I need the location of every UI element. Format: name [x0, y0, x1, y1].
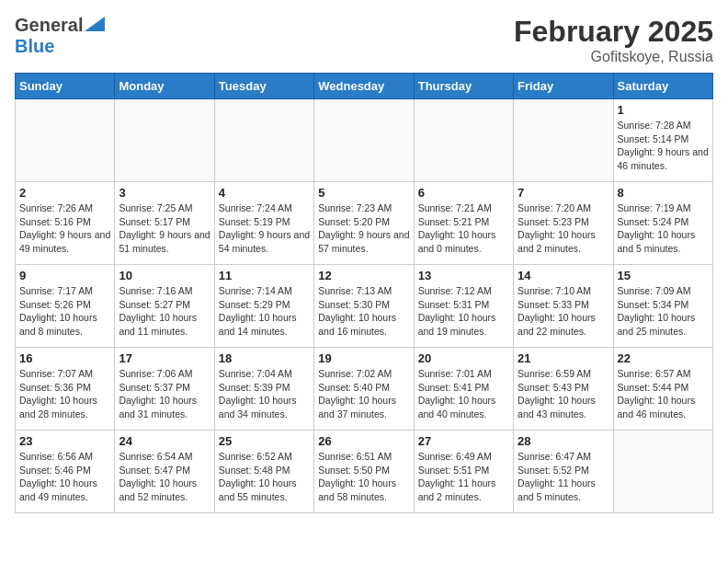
day-info: Sunrise: 6:51 AM Sunset: 5:50 PM Dayligh…	[318, 450, 409, 504]
day-number: 18	[219, 351, 310, 365]
day-info: Sunrise: 7:10 AM Sunset: 5:33 PM Dayligh…	[518, 284, 609, 339]
calendar-cell: 2Sunrise: 7:26 AM Sunset: 5:16 PM Daylig…	[16, 182, 115, 265]
day-number: 3	[119, 186, 210, 200]
day-number: 8	[618, 186, 709, 200]
day-number: 26	[318, 434, 409, 448]
day-number: 17	[119, 351, 210, 365]
calendar-cell: 9Sunrise: 7:17 AM Sunset: 5:26 PM Daylig…	[16, 265, 115, 348]
day-number: 23	[19, 434, 110, 448]
day-number: 11	[219, 269, 310, 282]
day-info: Sunrise: 7:09 AM Sunset: 5:34 PM Dayligh…	[618, 284, 709, 339]
day-number: 13	[418, 269, 509, 282]
day-number: 20	[418, 351, 509, 365]
calendar-cell	[16, 99, 115, 182]
day-number: 10	[119, 269, 210, 282]
day-info: Sunrise: 7:07 AM Sunset: 5:36 PM Dayligh…	[19, 367, 110, 421]
calendar-cell: 4Sunrise: 7:24 AM Sunset: 5:19 PM Daylig…	[214, 182, 313, 265]
day-number: 27	[418, 434, 509, 448]
calendar-cell: 26Sunrise: 6:51 AM Sunset: 5:50 PM Dayli…	[314, 431, 414, 513]
calendar-week-row: 9Sunrise: 7:17 AM Sunset: 5:26 PM Daylig…	[16, 265, 713, 348]
day-number: 4	[219, 186, 310, 200]
day-number: 15	[618, 269, 709, 282]
day-info: Sunrise: 6:54 AM Sunset: 5:47 PM Dayligh…	[119, 450, 210, 504]
day-info: Sunrise: 6:57 AM Sunset: 5:44 PM Dayligh…	[618, 367, 709, 421]
day-info: Sunrise: 7:19 AM Sunset: 5:24 PM Dayligh…	[618, 201, 709, 256]
day-number: 16	[19, 351, 110, 365]
calendar-cell: 22Sunrise: 6:57 AM Sunset: 5:44 PM Dayli…	[613, 348, 712, 431]
weekday-header: Wednesday	[314, 74, 414, 99]
day-info: Sunrise: 7:20 AM Sunset: 5:23 PM Dayligh…	[518, 201, 609, 256]
day-info: Sunrise: 7:04 AM Sunset: 5:39 PM Dayligh…	[219, 367, 310, 421]
day-info: Sunrise: 7:21 AM Sunset: 5:21 PM Dayligh…	[418, 201, 509, 256]
day-number: 25	[219, 434, 310, 448]
day-number: 2	[19, 186, 110, 200]
calendar-cell: 21Sunrise: 6:59 AM Sunset: 5:43 PM Dayli…	[514, 348, 613, 431]
logo-general: General	[15, 15, 83, 35]
weekday-header: Friday	[514, 74, 613, 99]
day-number: 5	[318, 186, 409, 200]
day-info: Sunrise: 6:56 AM Sunset: 5:46 PM Dayligh…	[19, 450, 110, 504]
day-info: Sunrise: 6:59 AM Sunset: 5:43 PM Dayligh…	[518, 367, 609, 421]
day-info: Sunrise: 7:26 AM Sunset: 5:16 PM Dayligh…	[19, 201, 110, 256]
day-number: 6	[418, 186, 509, 200]
day-info: Sunrise: 7:12 AM Sunset: 5:31 PM Dayligh…	[418, 284, 509, 339]
day-number: 28	[518, 434, 609, 448]
calendar-cell: 3Sunrise: 7:25 AM Sunset: 5:17 PM Daylig…	[115, 182, 214, 265]
logo-blue: Blue	[15, 36, 54, 56]
calendar-cell: 28Sunrise: 6:47 AM Sunset: 5:52 PM Dayli…	[514, 431, 613, 513]
calendar-week-row: 2Sunrise: 7:26 AM Sunset: 5:16 PM Daylig…	[16, 182, 713, 265]
weekday-header: Thursday	[414, 74, 513, 99]
day-info: Sunrise: 7:24 AM Sunset: 5:19 PM Dayligh…	[219, 201, 310, 256]
weekday-header: Monday	[115, 74, 214, 99]
day-number: 9	[19, 269, 110, 282]
calendar-cell: 11Sunrise: 7:14 AM Sunset: 5:29 PM Dayli…	[214, 265, 313, 348]
svg-marker-0	[85, 17, 105, 31]
calendar-cell	[115, 99, 214, 182]
day-number: 12	[318, 269, 409, 282]
day-info: Sunrise: 7:28 AM Sunset: 5:14 PM Dayligh…	[618, 119, 709, 173]
day-info: Sunrise: 6:52 AM Sunset: 5:48 PM Dayligh…	[219, 450, 310, 504]
day-number: 22	[618, 351, 709, 365]
title-section: February 2025 Gofitskoye, Russia	[514, 15, 713, 65]
month-year-title: February 2025	[514, 15, 713, 49]
calendar-header-row: SundayMondayTuesdayWednesdayThursdayFrid…	[16, 74, 713, 99]
calendar-cell: 18Sunrise: 7:04 AM Sunset: 5:39 PM Dayli…	[214, 348, 313, 431]
calendar-cell	[314, 99, 414, 182]
day-number: 21	[518, 351, 609, 365]
calendar-cell: 5Sunrise: 7:23 AM Sunset: 5:20 PM Daylig…	[314, 182, 414, 265]
calendar-cell: 23Sunrise: 6:56 AM Sunset: 5:46 PM Dayli…	[16, 431, 115, 513]
calendar-cell: 24Sunrise: 6:54 AM Sunset: 5:47 PM Dayli…	[115, 431, 214, 513]
day-info: Sunrise: 6:49 AM Sunset: 5:51 PM Dayligh…	[418, 450, 509, 504]
calendar-cell: 27Sunrise: 6:49 AM Sunset: 5:51 PM Dayli…	[414, 431, 513, 513]
calendar-cell: 7Sunrise: 7:20 AM Sunset: 5:23 PM Daylig…	[514, 182, 613, 265]
calendar-cell: 14Sunrise: 7:10 AM Sunset: 5:33 PM Dayli…	[514, 265, 613, 348]
day-info: Sunrise: 7:23 AM Sunset: 5:20 PM Dayligh…	[318, 201, 409, 256]
weekday-header: Sunday	[16, 74, 115, 99]
calendar-cell: 6Sunrise: 7:21 AM Sunset: 5:21 PM Daylig…	[414, 182, 513, 265]
calendar-cell: 17Sunrise: 7:06 AM Sunset: 5:37 PM Dayli…	[115, 348, 214, 431]
calendar-week-row: 16Sunrise: 7:07 AM Sunset: 5:36 PM Dayli…	[16, 348, 713, 431]
weekday-header: Tuesday	[214, 74, 313, 99]
day-info: Sunrise: 7:25 AM Sunset: 5:17 PM Dayligh…	[119, 201, 210, 256]
day-info: Sunrise: 7:13 AM Sunset: 5:30 PM Dayligh…	[318, 284, 409, 339]
day-info: Sunrise: 7:02 AM Sunset: 5:40 PM Dayligh…	[318, 367, 409, 421]
calendar-cell: 12Sunrise: 7:13 AM Sunset: 5:30 PM Dayli…	[314, 265, 414, 348]
day-number: 14	[518, 269, 609, 282]
calendar-cell: 15Sunrise: 7:09 AM Sunset: 5:34 PM Dayli…	[613, 265, 712, 348]
calendar-cell	[613, 431, 712, 513]
calendar-cell: 8Sunrise: 7:19 AM Sunset: 5:24 PM Daylig…	[613, 182, 712, 265]
calendar-cell: 10Sunrise: 7:16 AM Sunset: 5:27 PM Dayli…	[115, 265, 214, 348]
calendar-cell: 25Sunrise: 6:52 AM Sunset: 5:48 PM Dayli…	[214, 431, 313, 513]
day-number: 19	[318, 351, 409, 365]
weekday-header: Saturday	[613, 74, 712, 99]
day-number: 24	[119, 434, 210, 448]
calendar-cell: 19Sunrise: 7:02 AM Sunset: 5:40 PM Dayli…	[314, 348, 414, 431]
calendar-cell: 13Sunrise: 7:12 AM Sunset: 5:31 PM Dayli…	[414, 265, 513, 348]
calendar-week-row: 1Sunrise: 7:28 AM Sunset: 5:14 PM Daylig…	[16, 99, 713, 182]
day-info: Sunrise: 7:06 AM Sunset: 5:37 PM Dayligh…	[119, 367, 210, 421]
day-info: Sunrise: 7:01 AM Sunset: 5:41 PM Dayligh…	[418, 367, 509, 421]
logo: General Blue	[15, 15, 105, 57]
day-number: 7	[518, 186, 609, 200]
day-info: Sunrise: 7:17 AM Sunset: 5:26 PM Dayligh…	[19, 284, 110, 339]
location-label: Gofitskoye, Russia	[514, 49, 713, 65]
